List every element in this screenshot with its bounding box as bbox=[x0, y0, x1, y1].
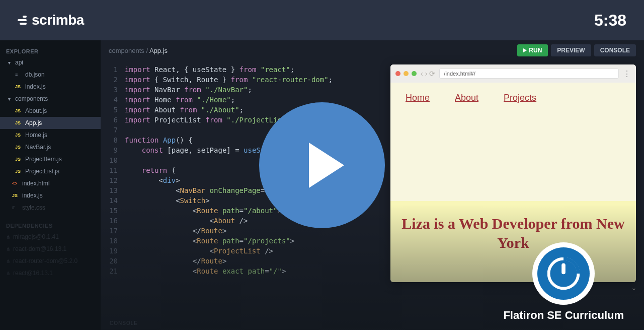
menu-icon[interactable]: ⋮ bbox=[623, 69, 631, 79]
json-icon: ≡ bbox=[15, 72, 22, 77]
js-icon: JS bbox=[15, 120, 22, 125]
package-icon: ⋔ bbox=[6, 258, 10, 264]
dep-item[interactable]: ⋔react-router-dom@5.2.0 bbox=[0, 255, 101, 267]
js-icon: JS bbox=[12, 193, 19, 198]
dep-item[interactable]: ⋔react@16.13.1 bbox=[0, 267, 101, 279]
preview-button[interactable]: PREVIEW bbox=[551, 44, 591, 56]
nav-home[interactable]: Home bbox=[406, 93, 430, 103]
play-icon bbox=[309, 143, 344, 188]
file-projectitem[interactable]: JS ProjectItem.js bbox=[0, 153, 101, 165]
dep-item[interactable]: ⋔react-dom@16.13.1 bbox=[0, 243, 101, 255]
brand-name: scrimba bbox=[32, 12, 84, 28]
sidebar: EXPLORER ▾ api ≡ db.json JS index.js ▾ c… bbox=[0, 40, 101, 330]
svg-rect-1 bbox=[561, 263, 566, 275]
console-button[interactable]: CONSOLE bbox=[594, 44, 636, 56]
gravatar-icon bbox=[547, 257, 580, 290]
maximize-icon[interactable] bbox=[412, 71, 417, 76]
play-icon bbox=[523, 48, 527, 52]
package-icon: ⋔ bbox=[6, 271, 10, 276]
back-icon[interactable]: ‹ bbox=[421, 70, 423, 78]
avatar bbox=[532, 242, 595, 305]
js-icon: JS bbox=[15, 145, 22, 150]
file-api-index[interactable]: JS index.js bbox=[0, 81, 101, 93]
chevron-down-icon: ▾ bbox=[6, 60, 12, 65]
window-dots bbox=[395, 71, 417, 76]
run-button[interactable]: RUN bbox=[517, 44, 548, 56]
file-stylecss[interactable]: # style.css bbox=[0, 202, 101, 214]
brand-logo[interactable]: scrimba bbox=[18, 12, 84, 28]
nav-about[interactable]: About bbox=[455, 93, 478, 103]
file-dbjson[interactable]: ≡ db.json bbox=[0, 69, 101, 81]
chevron-down-icon[interactable]: ⌄ bbox=[631, 284, 637, 292]
file-app[interactable]: JS App.js bbox=[0, 117, 101, 129]
js-icon: JS bbox=[15, 108, 22, 113]
file-navbar[interactable]: JS NavBar.js bbox=[0, 141, 101, 153]
package-icon: ⋔ bbox=[6, 246, 10, 252]
folder-api[interactable]: ▾ api bbox=[0, 56, 101, 69]
nav-projects[interactable]: Projects bbox=[504, 93, 536, 103]
author-name: Flatiron SE Curriculum bbox=[503, 309, 624, 322]
dep-item[interactable]: ⋔miragejs@0.1.41 bbox=[0, 231, 101, 243]
package-icon: ⋔ bbox=[6, 234, 10, 240]
preview-nav: Home About Projects bbox=[390, 83, 636, 113]
explorer-label: EXPLORER bbox=[0, 44, 101, 56]
dependencies-label: DEPENDENCIES bbox=[0, 219, 101, 231]
address-bar[interactable]: /index.html#/ bbox=[439, 69, 619, 79]
app-header: scrimba 5:38 bbox=[0, 0, 644, 40]
chevron-down-icon: ▾ bbox=[6, 96, 12, 102]
file-indexhtml[interactable]: <> index.html bbox=[0, 177, 101, 189]
file-projectlist[interactable]: JS ProjectList.js bbox=[0, 165, 101, 177]
video-timer: 5:38 bbox=[594, 11, 626, 30]
reload-icon[interactable]: ⟳ bbox=[429, 70, 435, 78]
file-indexjs[interactable]: JS index.js bbox=[0, 189, 101, 202]
close-icon[interactable] bbox=[395, 71, 400, 76]
js-icon: JS bbox=[15, 84, 22, 89]
logo-icon bbox=[18, 16, 27, 25]
css-icon: # bbox=[12, 205, 19, 210]
browser-chrome: ‹ › ⟳ /index.html#/ ⋮ bbox=[390, 64, 636, 83]
line-gutter: 123456789101112131415161718192021 bbox=[101, 64, 125, 276]
file-home[interactable]: JS Home.js bbox=[0, 129, 101, 141]
author-badge[interactable]: Flatiron SE Curriculum bbox=[503, 242, 624, 322]
toolbar: components / App.js RUN PREVIEW CONSOLE bbox=[101, 40, 644, 60]
forward-icon[interactable]: › bbox=[425, 70, 428, 78]
js-icon: JS bbox=[15, 133, 22, 138]
play-button[interactable] bbox=[259, 102, 385, 228]
minimize-icon[interactable] bbox=[404, 71, 409, 76]
html-icon: <> bbox=[12, 181, 19, 186]
js-icon: JS bbox=[15, 169, 22, 174]
folder-components[interactable]: ▾ components bbox=[0, 93, 101, 105]
js-icon: JS bbox=[15, 157, 22, 162]
breadcrumb: components / App.js bbox=[109, 47, 168, 54]
file-about[interactable]: JS About.js bbox=[0, 105, 101, 117]
